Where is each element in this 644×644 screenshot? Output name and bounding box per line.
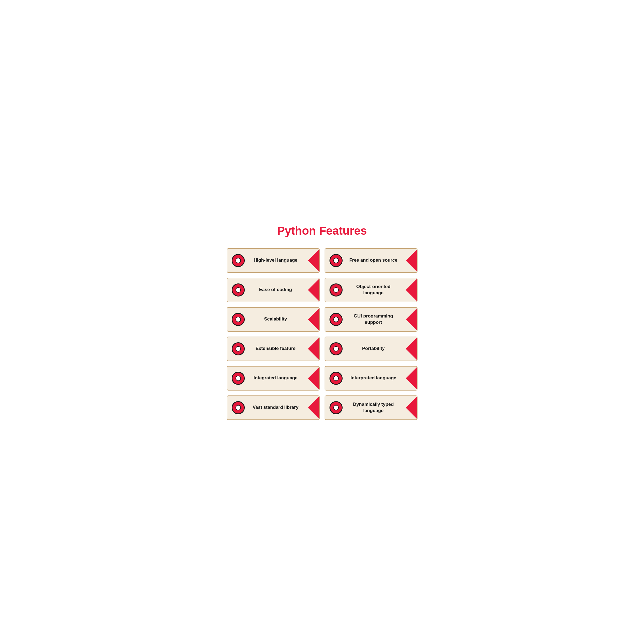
feature-label-integrated: Integrated language [249, 375, 303, 381]
page-container: Python Features High-level languageFree … [227, 224, 418, 420]
feature-card-vast-standard: Vast standard library [227, 395, 320, 420]
page-title: Python Features [227, 224, 418, 237]
feature-label-scalability: Scalability [249, 316, 303, 322]
circle-icon-object-oriented [329, 283, 343, 297]
feature-label-high-level: High-level language [249, 257, 303, 263]
feature-card-ease-of-coding: Ease of coding [227, 278, 320, 302]
feature-card-dynamically-typed: Dynamically typed language [325, 395, 418, 420]
circle-icon-integrated [232, 372, 245, 385]
feature-card-free-open-source: Free and open source [325, 248, 418, 273]
circle-icon-dynamically-typed [329, 401, 343, 414]
feature-label-ease-of-coding: Ease of coding [249, 287, 303, 293]
feature-card-gui-programming: GUI programming support [325, 307, 418, 332]
feature-card-high-level: High-level language [227, 248, 320, 273]
feature-label-vast-standard: Vast standard library [249, 404, 303, 410]
feature-card-integrated: Integrated language [227, 366, 320, 391]
circle-icon-gui-programming [329, 313, 343, 326]
feature-label-interpreted: Interpreted language [346, 375, 401, 381]
feature-card-portability: Portability [325, 337, 418, 361]
circle-icon-vast-standard [232, 401, 245, 414]
feature-card-scalability: Scalability [227, 307, 320, 332]
feature-card-object-oriented: Object-oriented language [325, 278, 418, 302]
feature-label-portability: Portability [346, 346, 401, 352]
circle-icon-ease-of-coding [232, 283, 245, 297]
circle-icon-portability [329, 342, 343, 355]
circle-icon-free-open-source [329, 254, 343, 267]
feature-card-interpreted: Interpreted language [325, 366, 418, 391]
feature-label-gui-programming: GUI programming support [346, 313, 401, 325]
features-grid: High-level languageFree and open sourceE… [227, 248, 418, 420]
circle-icon-high-level [232, 254, 245, 267]
feature-label-free-open-source: Free and open source [346, 257, 401, 263]
feature-card-extensible: Extensible feature [227, 337, 320, 361]
circle-icon-interpreted [329, 372, 343, 385]
feature-label-dynamically-typed: Dynamically typed language [346, 401, 401, 413]
circle-icon-scalability [232, 313, 245, 326]
circle-icon-extensible [232, 342, 245, 355]
feature-label-extensible: Extensible feature [249, 346, 303, 352]
feature-label-object-oriented: Object-oriented language [346, 284, 401, 296]
